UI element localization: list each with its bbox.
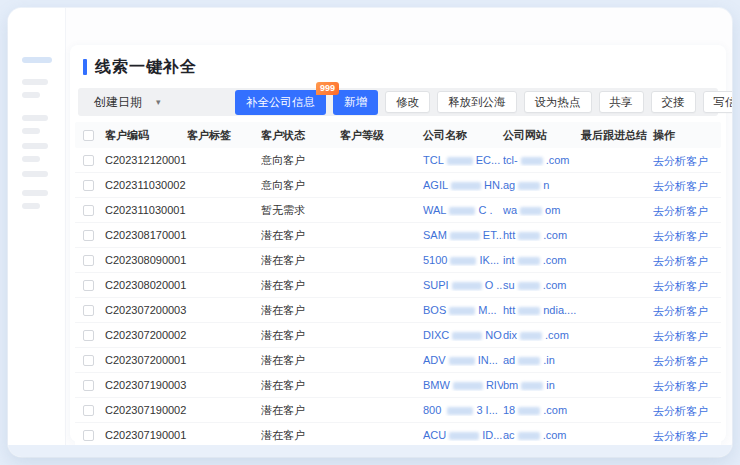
- company-website[interactable]: dix.com: [503, 329, 581, 341]
- redacted-text: [447, 157, 473, 165]
- analyze-customer-link[interactable]: 去分析客户: [653, 230, 708, 242]
- column-header-0: 客户编码: [105, 128, 187, 143]
- company-website[interactable]: htt.com: [503, 229, 581, 241]
- redacted-text: [521, 157, 543, 165]
- table-row: C202312120001 意向客户 TCLEC... tcl-.com 去分析…: [75, 148, 721, 173]
- row-checkbox[interactable]: [83, 405, 94, 416]
- customer-status: 潜在客户: [261, 328, 340, 343]
- table-row: C202307190002 潜在客户 800 3 I... 18.com 去分析…: [75, 398, 721, 423]
- row-checkbox[interactable]: [83, 280, 94, 291]
- table-row: C202311030002 意向客户 AGILHN... agn 去分析客户: [75, 173, 721, 198]
- customer-status: 意向客户: [261, 153, 340, 168]
- customer-status: 潜在客户: [261, 303, 340, 318]
- analyze-customer-link[interactable]: 去分析客户: [653, 330, 708, 342]
- complete-company-info-button[interactable]: 补全公司信息 999: [235, 90, 326, 115]
- main-panel: 线索一键补全 创建日期 ▾ 补全公司信息 999 新增 修改释放到公海设为热点共…: [70, 45, 726, 442]
- sidebar-item[interactable]: [22, 128, 40, 134]
- column-header-1: 客户标签: [187, 128, 261, 143]
- redacted-text: [452, 282, 482, 290]
- row-checkbox[interactable]: [83, 180, 94, 191]
- company-website[interactable]: ac.com: [503, 429, 581, 441]
- sidebar-item[interactable]: [22, 115, 48, 121]
- table-body: C202312120001 意向客户 TCLEC... tcl-.com 去分析…: [75, 148, 721, 448]
- customer-status: 潜在客户: [261, 428, 340, 443]
- date-filter-dropdown[interactable]: 创建日期 ▾: [84, 88, 216, 116]
- toolbar-button[interactable]: 设为热点: [524, 91, 592, 113]
- customer-status: 潜在客户: [261, 278, 340, 293]
- redacted-text: [453, 382, 483, 390]
- row-checkbox[interactable]: [83, 380, 94, 391]
- toolbar-button[interactable]: 共享: [599, 91, 644, 113]
- customer-code: C202312120001: [105, 154, 187, 166]
- company-name: SAMET...: [423, 229, 503, 241]
- analyze-customer-link[interactable]: 去分析客户: [653, 255, 708, 267]
- row-checkbox[interactable]: [83, 255, 94, 266]
- company-website[interactable]: httndia....: [503, 304, 581, 316]
- complete-company-info-label: 补全公司信息: [246, 95, 315, 110]
- company-website[interactable]: 18.com: [503, 404, 581, 416]
- company-website[interactable]: su.com: [503, 279, 581, 291]
- customer-code: C202311030002: [105, 179, 187, 191]
- customer-code: C202307190003: [105, 379, 187, 391]
- row-checkbox[interactable]: [83, 230, 94, 241]
- company-name: AGILHN...: [423, 179, 503, 191]
- toolbar-button[interactable]: 释放到公海: [437, 91, 517, 113]
- column-header-2: 客户状态: [261, 128, 340, 143]
- company-website[interactable]: int.com: [503, 254, 581, 266]
- sidebar-item[interactable]: [22, 92, 40, 98]
- analyze-customer-link[interactable]: 去分析客户: [653, 180, 708, 192]
- analyze-customer-link[interactable]: 去分析客户: [653, 155, 708, 167]
- row-checkbox[interactable]: [83, 430, 94, 441]
- company-name: ACUID...: [423, 429, 503, 441]
- company-name: SUPIO ...: [423, 279, 503, 291]
- toolbar-button[interactable]: 交接: [651, 91, 696, 113]
- row-checkbox[interactable]: [83, 205, 94, 216]
- row-checkbox[interactable]: [83, 330, 94, 341]
- select-all-checkbox[interactable]: [83, 130, 94, 141]
- redacted-text: [520, 332, 542, 340]
- analyze-customer-link[interactable]: 去分析客户: [653, 305, 708, 317]
- sidebar-item[interactable]: [22, 143, 48, 149]
- sidebar-item[interactable]: [22, 190, 48, 196]
- customer-status: 潜在客户: [261, 253, 340, 268]
- table-row: C202307190003 潜在客户 BMWRIV... bmin 去分析客户: [75, 373, 721, 398]
- sidebar-item[interactable]: [22, 171, 48, 177]
- row-checkbox[interactable]: [83, 355, 94, 366]
- table-row: C202308020001 潜在客户 SUPIO ... su.com 去分析客…: [75, 273, 721, 298]
- company-website[interactable]: agn: [503, 179, 581, 191]
- company-website[interactable]: waom: [503, 204, 581, 216]
- sidebar-item[interactable]: [22, 203, 40, 209]
- company-name: TCLEC...: [423, 154, 503, 166]
- company-website[interactable]: ad.in: [503, 354, 581, 366]
- add-button[interactable]: 新增: [333, 90, 378, 115]
- sidebar-item-active[interactable]: [22, 57, 52, 63]
- row-checkbox[interactable]: [83, 155, 94, 166]
- company-name: WALC .: [423, 204, 503, 216]
- toolbar-button[interactable]: 修改: [385, 91, 430, 113]
- analyze-customer-link[interactable]: 去分析客户: [653, 205, 708, 217]
- table-row: C202308090001 潜在客户 5100IK... int.com 去分析…: [75, 248, 721, 273]
- company-website[interactable]: tcl-.com: [503, 154, 581, 166]
- customer-code: C202307200001: [105, 354, 187, 366]
- page-title: 线索一键补全: [95, 57, 197, 78]
- redacted-text: [518, 407, 540, 415]
- company-name: DIXCNO...: [423, 329, 503, 341]
- sidebar-item[interactable]: [22, 79, 48, 85]
- analyze-customer-link[interactable]: 去分析客户: [653, 430, 708, 442]
- analyze-customer-link[interactable]: 去分析客户: [653, 380, 708, 392]
- analyze-customer-link[interactable]: 去分析客户: [653, 355, 708, 367]
- company-website[interactable]: bmin: [503, 379, 581, 391]
- toolbar-button[interactable]: 写信: [703, 91, 733, 113]
- company-name: BMWRIV...: [423, 379, 503, 391]
- table-row: C202308170001 潜在客户 SAMET... htt.com 去分析客…: [75, 223, 721, 248]
- analyze-customer-link[interactable]: 去分析客户: [653, 405, 708, 417]
- title-accent-bar: [83, 59, 87, 75]
- column-header-5: 公司网站: [503, 128, 581, 143]
- company-name: 800 3 I...: [423, 404, 503, 416]
- sidebar-item[interactable]: [22, 156, 40, 162]
- customer-code: C202307200002: [105, 329, 187, 341]
- analyze-customer-link[interactable]: 去分析客户: [653, 280, 708, 292]
- row-checkbox[interactable]: [83, 305, 94, 316]
- count-badge: 999: [316, 82, 339, 95]
- redacted-text: [518, 307, 540, 315]
